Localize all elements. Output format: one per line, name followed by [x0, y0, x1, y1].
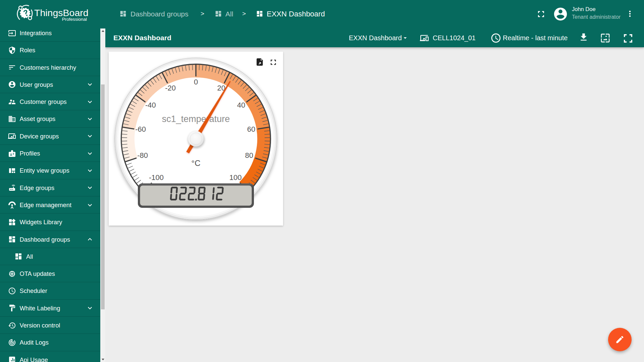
svg-text:Professional: Professional — [62, 17, 87, 22]
svg-text:0: 0 — [194, 78, 198, 86]
svg-text:-40: -40 — [145, 101, 156, 109]
svg-text:100: 100 — [229, 173, 242, 182]
svg-text:80: 80 — [245, 151, 253, 160]
svg-text:-80: -80 — [137, 151, 148, 160]
svg-text:°C: °C — [192, 159, 201, 168]
svg-text:60: 60 — [247, 125, 255, 133]
svg-text:-100: -100 — [149, 173, 164, 182]
svg-text:40: 40 — [237, 101, 245, 109]
svg-text:sc1_temperature: sc1_temperature — [162, 114, 230, 124]
svg-text:-20: -20 — [165, 84, 176, 92]
svg-text:-60: -60 — [135, 125, 146, 133]
